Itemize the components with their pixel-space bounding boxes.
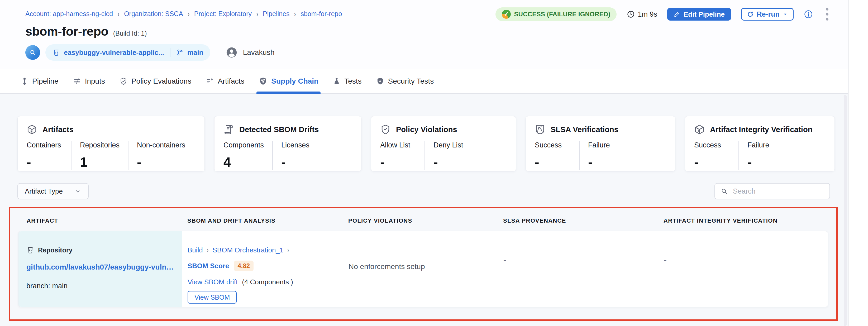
repo-name: easybuggy-vulnerable-applic... [64, 48, 164, 57]
search-box [714, 183, 830, 199]
branch-name: main [187, 48, 204, 57]
package-icon [693, 124, 705, 135]
stat-value: - [27, 155, 63, 170]
pill-divider [170, 48, 170, 57]
column-header-policy: POLICY VIOLATIONS [343, 217, 498, 224]
tab-artifacts[interactable]: Artifacts [206, 69, 244, 93]
chevron-right-icon: › [294, 11, 296, 17]
build-duration: 1m 9s [627, 10, 657, 19]
repository-icon [26, 246, 34, 254]
tab-tests[interactable]: Tests [333, 69, 362, 93]
card-artifacts: Artifacts Containers- Repositories1 Non-… [18, 116, 205, 171]
tab-supply-chain[interactable]: Supply Chain [258, 69, 318, 93]
scrollbar-track[interactable] [844, 95, 847, 326]
view-sbom-button[interactable]: View SBOM [188, 291, 237, 303]
supply-chain-shield-icon [258, 77, 268, 86]
card-title: Policy Violations [396, 125, 457, 134]
artifact-type-tag: Repository [26, 246, 177, 254]
slsa-provenance-cell: - [498, 231, 658, 307]
stat-value: - [694, 155, 730, 170]
edit-pipeline-button[interactable]: Edit Pipeline [667, 8, 731, 21]
avatar [225, 46, 238, 59]
search-icon [720, 187, 728, 195]
clock-icon [627, 10, 635, 19]
build-author: Lavakush [243, 48, 275, 57]
stat-value: - [433, 155, 463, 170]
scrollbar-gutter [848, 0, 868, 326]
view-sbom-drift-link[interactable]: View SBOM drift [188, 278, 238, 286]
tab-security-tests[interactable]: Security Tests [376, 69, 434, 93]
breadcrumb-pipeline-name[interactable]: sbom-for-repo [301, 10, 342, 18]
rerun-button[interactable]: Re-run [741, 8, 794, 21]
duration-value: 1m 9s [638, 10, 657, 19]
shield-check-icon [380, 124, 391, 135]
breadcrumb-account[interactable]: Account: app-harness-ng-cicd [25, 10, 113, 18]
stat-value: 4 [223, 155, 264, 170]
stat-value: - [137, 155, 185, 170]
inputs-icon [73, 77, 81, 86]
summary-cards: Artifacts Containers- Repositories1 Non-… [18, 116, 848, 171]
success-check-icon: ✓ [502, 10, 511, 19]
header-actions: ✓ SUCCESS (FAILURE IGNORED) 1m 9s Edit P… [495, 7, 831, 21]
stat-value: - [535, 155, 571, 170]
shield-check-icon [119, 77, 128, 86]
sbom-score-link[interactable]: SBOM Score [188, 262, 229, 270]
stat-value: - [588, 155, 616, 170]
sbom-score-line: SBOM Score 4.82 [188, 261, 338, 271]
info-icon[interactable] [804, 9, 813, 19]
card-sbom-drifts: Detected SBOM Drifts Components4 License… [214, 116, 362, 171]
chevron-right-icon: › [256, 11, 258, 17]
more-options-menu[interactable] [823, 7, 831, 22]
page-header: Account: app-harness-ng-cicd › Organizat… [0, 0, 848, 69]
card-policy-violations: Policy Violations Allow List- Deny List- [371, 116, 516, 171]
trigger-icon [25, 45, 40, 60]
scroll-icon [223, 124, 235, 135]
highlighted-artifacts-table: ARTIFACT SBOM AND DRIFT ANALYSIS POLICY … [9, 207, 838, 321]
security-shield-icon [376, 77, 384, 86]
sbom-drift-line: View SBOM drift (4 Components ) [188, 278, 338, 286]
breadcrumb-pipelines[interactable]: Pipelines [263, 10, 289, 18]
policy-violations-cell: No enforcements setup [343, 231, 498, 307]
pipeline-breadcrumb: Build › SBOM Orchestration_1 › [188, 246, 338, 254]
artifact-link[interactable]: github.com/lavakush07/easybuggy-vulner..… [26, 263, 174, 271]
build-meta-row: easybuggy-vulnerable-applic... main Lava… [25, 44, 848, 61]
chevron-down-icon [74, 188, 81, 195]
execution-tabbar: Pipeline Inputs Policy Evaluations Artif… [0, 69, 848, 94]
table-header: ARTIFACT SBOM AND DRIFT ANALYSIS POLICY … [18, 217, 828, 224]
tab-inputs[interactable]: Inputs [73, 69, 105, 93]
chevron-right-icon: › [207, 246, 209, 254]
tab-policy-evaluations[interactable]: Policy Evaluations [119, 69, 191, 93]
sbom-orchestration-link[interactable]: SBOM Orchestration_1 [213, 246, 284, 254]
magnifier-glyph [29, 48, 37, 57]
card-slsa-verifications: SLSA Verifications Success- Failure- [526, 116, 675, 171]
artifact-integrity-cell: - [658, 231, 828, 307]
caret-down-icon [782, 11, 788, 17]
build-id-label: (Build Id: 1) [113, 30, 147, 37]
repo-pill[interactable]: easybuggy-vulnerable-applic... main [45, 44, 210, 61]
build-link[interactable]: Build [188, 246, 203, 254]
drift-component-count: (4 Components ) [242, 278, 293, 286]
chevron-right-icon: › [287, 246, 289, 254]
breadcrumb-organization[interactable]: Organization: SSCA [124, 10, 183, 18]
branch-icon [176, 49, 184, 56]
cube-icon [26, 124, 38, 135]
search-input[interactable] [733, 187, 824, 196]
card-artifact-integrity: Artifact Integrity Verification Success-… [685, 116, 835, 171]
status-badge-label: SUCCESS (FAILURE IGNORED) [514, 10, 610, 18]
card-title: SLSA Verifications [551, 125, 618, 134]
artifact-type-select[interactable]: Artifact Type [18, 183, 89, 199]
tab-pipeline[interactable]: Pipeline [21, 69, 59, 93]
sbom-cell: Build › SBOM Orchestration_1 › SBOM Scor… [182, 231, 343, 307]
card-title: Artifact Integrity Verification [710, 125, 812, 134]
breadcrumb-project[interactable]: Project: Exploratory [194, 10, 252, 18]
flask-icon [333, 77, 341, 85]
slsa-shield-icon [534, 124, 546, 135]
sbom-score-badge: 4.82 [234, 261, 254, 271]
status-badge: ✓ SUCCESS (FAILURE IGNORED) [495, 7, 617, 21]
card-title: Artifacts [42, 125, 73, 134]
stat-value: 1 [80, 155, 120, 170]
stat-value: - [747, 155, 775, 170]
card-title: Detected SBOM Drifts [239, 125, 319, 134]
artifact-list-icon [206, 77, 214, 86]
page-title: sbom-for-repo [25, 24, 108, 38]
